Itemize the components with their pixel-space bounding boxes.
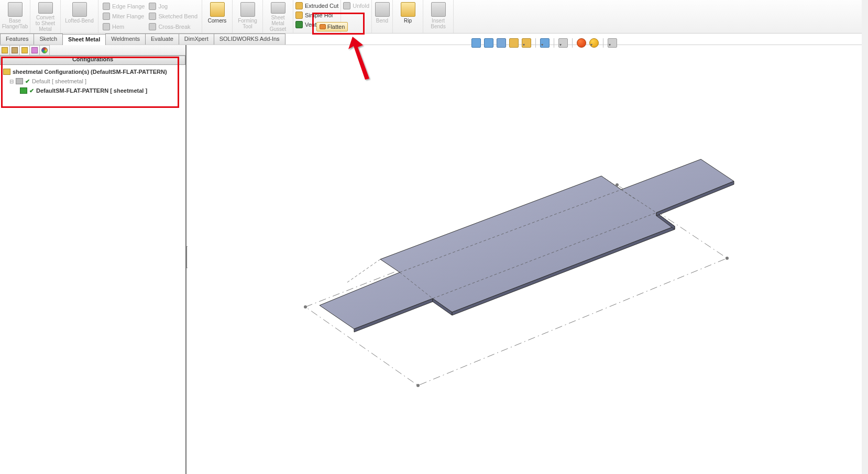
edge-flange-button[interactable]: Edge Flange <box>103 2 145 11</box>
unfold-icon <box>343 2 350 9</box>
jog-label: Jog <box>158 3 168 9</box>
dimxpert-manager-icon <box>31 47 38 53</box>
flatten-icon <box>320 24 326 29</box>
config-default-icon <box>16 78 23 84</box>
rip-label: Rip <box>404 18 412 24</box>
vent-label: Vent <box>305 21 316 28</box>
view-orientation-icon[interactable] <box>522 38 531 48</box>
miter-flange-button[interactable]: Miter Flange <box>103 12 145 21</box>
configuration-manager-tab[interactable] <box>19 45 30 55</box>
jog-button[interactable]: Jog <box>149 2 197 11</box>
base-flange-button[interactable]: BaseFlange/Tab <box>0 0 30 33</box>
previous-view-icon[interactable] <box>497 38 506 48</box>
tab-features[interactable]: Features <box>0 34 34 45</box>
graphics-viewport[interactable] <box>188 50 868 474</box>
zoom-area-icon[interactable] <box>484 38 493 48</box>
convert-sheet-metal-icon <box>38 2 53 14</box>
config-flat-pattern-label: DefaultSM-FLAT-PATTERN [ sheetmetal ] <box>36 87 147 94</box>
no-bends-icon <box>375 2 390 17</box>
corners-button[interactable]: Corners <box>202 0 233 33</box>
convert-sheet-metal-button[interactable]: Convertto SheetMetal <box>30 0 61 33</box>
extruded-cut-button[interactable]: Extruded Cut <box>295 1 338 10</box>
config-root-row[interactable]: sheetmetal Configuration(s) (DefaultSM-F… <box>3 67 182 76</box>
svg-marker-2 <box>320 159 734 329</box>
checkmark-icon: ✔ <box>29 87 34 94</box>
separator <box>572 38 573 48</box>
simple-hole-button[interactable]: Simple Hol <box>295 10 338 20</box>
config-flat-pattern-icon <box>20 87 27 94</box>
sheet-metal-gusset-label: SheetMetalGusset <box>270 15 287 32</box>
view-settings-icon[interactable] <box>608 38 617 48</box>
config-root-icon <box>3 69 10 75</box>
config-default-row[interactable]: ⊟ ✔ Default [ sheetmetal ] <box>9 76 182 86</box>
tab-evaluate[interactable]: Evaluate <box>145 34 179 45</box>
insert-bends-button[interactable]: InsertBends <box>423 0 454 33</box>
insert-bends-label: InsertBends <box>431 18 445 29</box>
extruded-cut-icon <box>295 2 303 9</box>
unfold-label: Unfold <box>353 3 369 9</box>
base-flange-icon <box>8 2 23 17</box>
checkmark-icon: ✔ <box>25 78 30 85</box>
sheet-metal-gusset-icon <box>271 2 285 14</box>
apply-scene-icon[interactable] <box>589 38 599 48</box>
section-view-icon[interactable] <box>509 38 519 48</box>
tab-dimxpert[interactable]: DimXpert <box>179 34 214 45</box>
display-style-icon[interactable] <box>540 38 550 48</box>
separator <box>535 38 536 48</box>
sheet-metal-gusset-button[interactable]: SheetMetalGusset <box>263 0 293 33</box>
property-manager-icon <box>12 47 18 53</box>
tab-solidworks-addins[interactable]: SOLIDWORKS Add-Ins <box>214 34 285 45</box>
display-manager-tab[interactable] <box>39 45 50 55</box>
tab-weldments[interactable]: Weldments <box>105 34 146 45</box>
flatten-button[interactable]: Flatten <box>316 22 348 31</box>
jog-icon <box>149 3 156 10</box>
forming-tool-icon <box>240 2 255 17</box>
svg-point-16 <box>726 257 729 260</box>
corners-label: Corners <box>208 18 227 24</box>
sketched-bend-icon <box>149 13 156 20</box>
base-flange-label: BaseFlange/Tab <box>2 18 28 29</box>
separator <box>554 38 554 48</box>
lofted-bend-button[interactable]: Lofted-Bend <box>61 0 98 33</box>
tab-sheet-metal[interactable]: Sheet Metal <box>62 34 106 45</box>
no-bends-button[interactable]: Bend <box>372 0 393 33</box>
svg-point-15 <box>616 183 619 186</box>
hide-show-items-icon[interactable] <box>558 38 568 48</box>
forming-tool-button[interactable]: FormingTool <box>233 0 263 33</box>
configuration-manager-icon <box>21 47 28 53</box>
sheet-metal-flat-pattern <box>188 50 868 474</box>
flatten-label: Flatten <box>327 24 345 30</box>
corners-icon <box>210 2 225 17</box>
sketched-bend-label: Sketched Bend <box>158 13 197 19</box>
hem-label: Hem <box>112 24 124 30</box>
configuration-tree[interactable]: sheetmetal Configuration(s) (DefaultSM-F… <box>0 65 185 98</box>
tab-sketch[interactable]: Sketch <box>34 34 63 45</box>
simple-hole-icon <box>295 12 303 19</box>
rip-icon <box>401 2 415 17</box>
extruded-cut-label: Extruded Cut <box>305 3 338 9</box>
dimxpert-manager-tab[interactable] <box>29 45 40 55</box>
cross-break-button[interactable]: Cross-Break <box>149 22 197 31</box>
hem-button[interactable]: Hem <box>103 22 145 31</box>
rip-button[interactable]: Rip <box>393 0 423 33</box>
svg-point-14 <box>304 305 307 308</box>
forming-tool-label: FormingTool <box>238 18 257 29</box>
feature-manager-tab[interactable] <box>0 45 10 55</box>
simple-hole-label: Simple Hol <box>305 12 333 18</box>
config-flat-pattern-row[interactable]: ✔ DefaultSM-FLAT-PATTERN [ sheetmetal ] <box>20 86 182 95</box>
miter-flange-icon <box>103 13 110 20</box>
sketched-bend-button[interactable]: Sketched Bend <box>149 12 197 21</box>
configurations-header: Configurations <box>0 56 185 65</box>
heads-up-view-toolbar <box>471 37 617 49</box>
vertical-scrollbar[interactable] <box>862 0 868 474</box>
config-root-label: sheetmetal Configuration(s) (DefaultSM-F… <box>13 69 167 75</box>
cross-break-icon <box>149 23 156 30</box>
manager-pane-tabs <box>0 45 185 56</box>
sheet-metal-ribbon: BaseFlange/Tab Convertto SheetMetal Loft… <box>0 0 868 34</box>
tree-expand-icon[interactable]: ⊟ <box>9 79 14 84</box>
edit-appearance-icon[interactable] <box>577 38 586 48</box>
property-manager-tab[interactable] <box>9 45 20 55</box>
unfold-button[interactable]: Unfold <box>343 1 369 10</box>
zoom-fit-icon[interactable] <box>471 38 481 48</box>
separator <box>603 38 603 48</box>
